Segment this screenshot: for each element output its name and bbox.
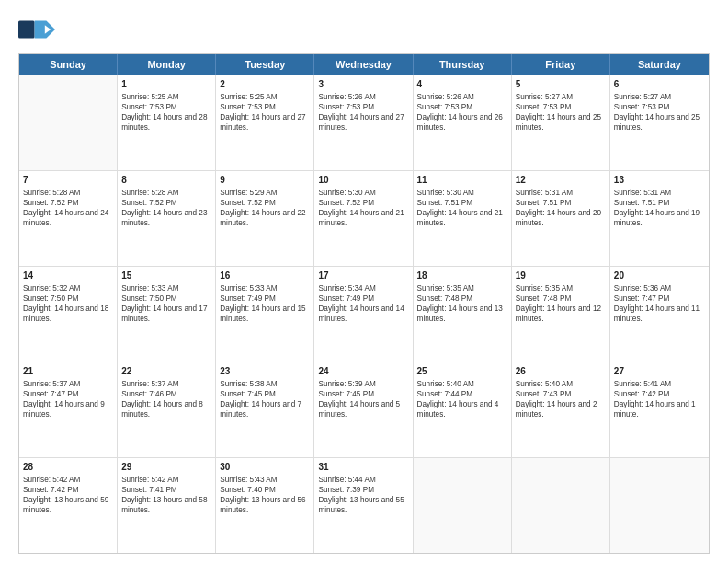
day-info: Sunrise: 5:28 AMSunset: 7:52 PMDaylight:… [121,189,207,227]
day-number: 28 [23,461,113,474]
day-info: Sunrise: 5:43 AMSunset: 7:40 PMDaylight:… [220,476,305,514]
cal-week-5: 28Sunrise: 5:42 AMSunset: 7:42 PMDayligh… [19,457,709,553]
day-info: Sunrise: 5:44 AMSunset: 7:39 PMDaylight:… [318,476,404,514]
day-number: 30 [220,461,310,474]
cal-cell: 21Sunrise: 5:37 AMSunset: 7:47 PMDayligh… [19,362,118,457]
svg-rect-0 [18,20,35,38]
cal-cell: 20Sunrise: 5:36 AMSunset: 7:47 PMDayligh… [610,267,709,362]
day-number: 16 [220,270,310,282]
day-number: 8 [121,174,211,187]
day-number: 31 [318,461,408,474]
day-number: 26 [516,365,606,378]
day-info: Sunrise: 5:37 AMSunset: 7:47 PMDaylight:… [23,380,105,419]
cal-cell: 11Sunrise: 5:30 AMSunset: 7:51 PMDayligh… [414,171,512,266]
day-info: Sunrise: 5:39 AMSunset: 7:45 PMDaylight:… [318,380,400,419]
day-info: Sunrise: 5:36 AMSunset: 7:47 PMDaylight:… [614,284,700,323]
day-number: 29 [121,461,211,474]
cal-cell: 30Sunrise: 5:43 AMSunset: 7:40 PMDayligh… [216,458,314,553]
calendar-body: 1Sunrise: 5:25 AMSunset: 7:53 PMDaylight… [19,75,709,553]
day-number: 14 [23,270,113,282]
day-number: 2 [220,78,310,91]
cal-cell: 22Sunrise: 5:37 AMSunset: 7:46 PMDayligh… [118,362,216,457]
cal-cell: 17Sunrise: 5:34 AMSunset: 7:49 PMDayligh… [314,267,413,362]
cal-cell: 3Sunrise: 5:26 AMSunset: 7:53 PMDaylight… [314,75,413,170]
cal-cell: 23Sunrise: 5:38 AMSunset: 7:45 PMDayligh… [216,362,314,457]
cal-cell: 18Sunrise: 5:35 AMSunset: 7:48 PMDayligh… [414,267,512,362]
day-header-tuesday: Tuesday [216,54,314,75]
day-number: 22 [121,365,211,378]
day-number: 12 [516,174,606,187]
day-info: Sunrise: 5:31 AMSunset: 7:51 PMDaylight:… [614,189,700,227]
day-info: Sunrise: 5:30 AMSunset: 7:51 PMDaylight:… [417,189,503,227]
logo-icon [18,17,55,42]
day-info: Sunrise: 5:40 AMSunset: 7:43 PMDaylight:… [516,380,597,419]
cal-cell: 14Sunrise: 5:32 AMSunset: 7:50 PMDayligh… [19,267,118,362]
cal-cell: 15Sunrise: 5:33 AMSunset: 7:50 PMDayligh… [118,267,216,362]
day-number: 19 [516,270,606,282]
day-info: Sunrise: 5:41 AMSunset: 7:42 PMDaylight:… [614,380,696,419]
day-number: 6 [614,78,705,91]
cal-cell: 25Sunrise: 5:40 AMSunset: 7:44 PMDayligh… [414,362,512,457]
cal-cell: 12Sunrise: 5:31 AMSunset: 7:51 PMDayligh… [512,171,610,266]
day-number: 23 [220,365,310,378]
cal-cell: 4Sunrise: 5:26 AMSunset: 7:53 PMDaylight… [414,75,512,170]
calendar: SundayMondayTuesdayWednesdayThursdayFrid… [18,53,710,554]
calendar-header: SundayMondayTuesdayWednesdayThursdayFrid… [19,54,709,75]
cal-cell: 24Sunrise: 5:39 AMSunset: 7:45 PMDayligh… [314,362,413,457]
day-info: Sunrise: 5:27 AMSunset: 7:53 PMDaylight:… [516,93,601,132]
page: SundayMondayTuesdayWednesdayThursdayFrid… [0,0,728,563]
day-number: 13 [614,174,705,187]
cal-cell [610,458,709,553]
day-info: Sunrise: 5:29 AMSunset: 7:52 PMDaylight:… [220,189,305,227]
day-info: Sunrise: 5:42 AMSunset: 7:41 PMDaylight:… [121,476,207,514]
day-number: 18 [417,270,507,282]
day-number: 7 [23,174,113,187]
logo [18,17,55,44]
day-header-friday: Friday [512,54,610,75]
cal-cell: 31Sunrise: 5:44 AMSunset: 7:39 PMDayligh… [314,458,413,553]
day-number: 21 [23,365,113,378]
day-number: 15 [121,270,211,282]
day-number: 11 [417,174,507,187]
day-header-wednesday: Wednesday [314,54,413,75]
day-info: Sunrise: 5:33 AMSunset: 7:49 PMDaylight:… [220,284,305,323]
day-info: Sunrise: 5:34 AMSunset: 7:49 PMDaylight:… [318,284,404,323]
cal-cell [414,458,512,553]
day-number: 17 [318,270,408,282]
day-number: 5 [516,78,606,91]
day-info: Sunrise: 5:30 AMSunset: 7:52 PMDaylight:… [318,189,404,227]
day-header-sunday: Sunday [19,54,118,75]
cal-week-1: 1Sunrise: 5:25 AMSunset: 7:53 PMDaylight… [19,75,709,170]
day-info: Sunrise: 5:42 AMSunset: 7:42 PMDaylight:… [23,476,108,514]
day-info: Sunrise: 5:27 AMSunset: 7:53 PMDaylight:… [614,93,700,132]
day-info: Sunrise: 5:38 AMSunset: 7:45 PMDaylight:… [220,380,301,419]
cal-cell: 10Sunrise: 5:30 AMSunset: 7:52 PMDayligh… [314,171,413,266]
day-info: Sunrise: 5:26 AMSunset: 7:53 PMDaylight:… [417,93,503,132]
day-number: 3 [318,78,408,91]
day-number: 20 [614,270,705,282]
day-info: Sunrise: 5:31 AMSunset: 7:51 PMDaylight:… [516,189,601,227]
cal-week-3: 14Sunrise: 5:32 AMSunset: 7:50 PMDayligh… [19,266,709,362]
day-info: Sunrise: 5:33 AMSunset: 7:50 PMDaylight:… [121,284,207,323]
day-info: Sunrise: 5:35 AMSunset: 7:48 PMDaylight:… [417,284,503,323]
day-header-monday: Monday [118,54,216,75]
cal-cell: 7Sunrise: 5:28 AMSunset: 7:52 PMDaylight… [19,171,118,266]
day-number: 24 [318,365,408,378]
header [18,17,710,44]
day-info: Sunrise: 5:26 AMSunset: 7:53 PMDaylight:… [318,93,404,132]
cal-cell: 1Sunrise: 5:25 AMSunset: 7:53 PMDaylight… [118,75,216,170]
cal-cell: 19Sunrise: 5:35 AMSunset: 7:48 PMDayligh… [512,267,610,362]
day-number: 1 [121,78,211,91]
cal-week-2: 7Sunrise: 5:28 AMSunset: 7:52 PMDaylight… [19,170,709,266]
day-number: 25 [417,365,507,378]
day-header-thursday: Thursday [414,54,512,75]
cal-cell [19,75,118,170]
day-number: 9 [220,174,310,187]
cal-cell: 9Sunrise: 5:29 AMSunset: 7:52 PMDaylight… [216,171,314,266]
day-info: Sunrise: 5:25 AMSunset: 7:53 PMDaylight:… [220,93,305,132]
cal-week-4: 21Sunrise: 5:37 AMSunset: 7:47 PMDayligh… [19,362,709,457]
cal-cell: 26Sunrise: 5:40 AMSunset: 7:43 PMDayligh… [512,362,610,457]
cal-cell: 28Sunrise: 5:42 AMSunset: 7:42 PMDayligh… [19,458,118,553]
day-info: Sunrise: 5:28 AMSunset: 7:52 PMDaylight:… [23,189,108,227]
day-info: Sunrise: 5:40 AMSunset: 7:44 PMDaylight:… [417,380,499,419]
